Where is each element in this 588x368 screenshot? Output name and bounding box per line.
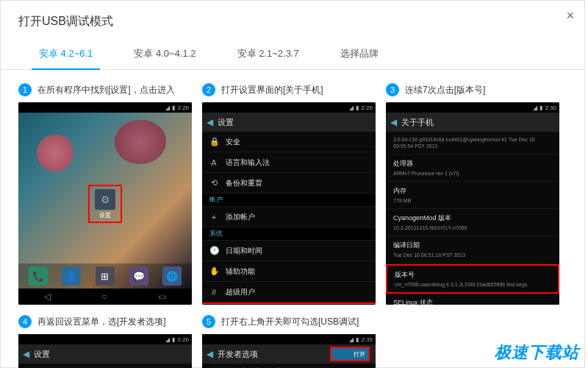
status-time: 2:26 bbox=[177, 336, 189, 343]
step-number: 5 bbox=[202, 315, 215, 328]
status-bar: ◢▮2:35 bbox=[202, 334, 376, 344]
step-number: 2 bbox=[202, 83, 215, 96]
back-icon: ◀ bbox=[207, 349, 213, 359]
contacts-icon: 👤 bbox=[62, 266, 81, 286]
list-item: 对 SD 卡进行读写保护 bbox=[202, 364, 376, 368]
step-number: 1 bbox=[18, 83, 32, 96]
phone-screenshot-5: ◢▮2:35 ◀开发者选项 打开 对 SD 卡进行读写保护 应用必须申请读取 S… bbox=[202, 334, 376, 368]
tabs-bar: 安卓 4.2~6.1 安卓 4.0~4.1.2 安卓 2.1~2.3.7 选择品… bbox=[1, 40, 584, 70]
step-text: 再返回设置菜单，选[开发者选项] bbox=[37, 316, 166, 328]
status-time: 2:26 bbox=[361, 105, 373, 111]
phone-icon: 📞 bbox=[29, 266, 48, 286]
watermark-text: 极速下载站 bbox=[495, 342, 579, 364]
phone-screenshot-4: ◢▮2:26 ◀设置 ⟲备份和重置 bbox=[18, 334, 192, 368]
phone-screenshot-2: ◢▮2:26 ◀设置 🔒安全 A语言和输入法 ⟲备份和重置 帐户 +添加帐户 系… bbox=[202, 102, 376, 305]
step-2: 2 打开设置界面的[关于手机] ◢▮2:26 ◀设置 🔒安全 A语言和输入法 ⟲… bbox=[202, 83, 376, 305]
info-block: 3.0.64-CM-g93d16c8a build01@cyanogenmod … bbox=[386, 132, 559, 155]
info-block: SELinux 状态 bbox=[386, 294, 559, 305]
usb-debug-dialog: × 打开USB调试模式 安卓 4.2~6.1 安卓 4.0~4.1.2 安卓 2… bbox=[0, 0, 585, 368]
tab-android-40-412[interactable]: 安卓 4.0~4.1.2 bbox=[113, 40, 216, 69]
settings-list: 🔒安全 A语言和输入法 ⟲备份和重置 帐户 +添加帐户 系统 🕐日期和时间 ✋辅… bbox=[202, 132, 376, 305]
section-header: 系统 bbox=[202, 227, 376, 241]
settings-header: ◀设置 bbox=[202, 113, 376, 132]
section-header: 帐户 bbox=[202, 194, 376, 207]
nav-bar: ◁○▭ bbox=[18, 289, 192, 305]
list-item: +添加帐户 bbox=[202, 207, 376, 227]
step-text: 在所有程序中找到[设置]，点击进入 bbox=[37, 84, 175, 96]
dock-bar: 📞 👤 ⊞ 💬 🌐 bbox=[18, 263, 192, 289]
list-item: 🔒安全 bbox=[202, 132, 376, 152]
phone-screenshot-1: ◢▮2:26 ⚙ 设置 📞 👤 ⊞ 💬 🌐 ◁○▭ bbox=[18, 102, 192, 305]
header-title: 关于手机 bbox=[401, 117, 434, 128]
back-icon: ◀ bbox=[23, 349, 29, 359]
info-block: CyanogenMod 版本10.2-20131210-NIGHTLY-n700… bbox=[386, 209, 559, 236]
status-bar: ◢▮2:26 bbox=[18, 334, 192, 344]
header-title: 开发者选项 bbox=[218, 349, 258, 360]
step-text: 连续7次点击[版本号] bbox=[405, 84, 485, 96]
apps-icon: ⊞ bbox=[96, 266, 115, 286]
list-item: 🕐日期和时间 bbox=[202, 241, 376, 261]
about-phone-highlight: ⓘ关于手机 bbox=[202, 302, 376, 305]
list-item: #超级用户 bbox=[202, 282, 376, 302]
step-text: 打开右上角开关即可勾选[USB调试] bbox=[221, 316, 359, 328]
dev-toggle-highlight: 打开 bbox=[330, 347, 370, 361]
dialog-title: 打开USB调试模式 bbox=[1, 1, 584, 40]
home-wallpaper: ⚙ 设置 bbox=[18, 113, 192, 289]
info-block: 处理器ARMv7 Processor rev 1 (v7l) bbox=[386, 155, 559, 182]
step-number: 4 bbox=[18, 315, 32, 328]
step-1: 1 在所有程序中找到[设置]，点击进入 ◢▮2:26 ⚙ 设置 📞 👤 ⊞ 💬 … bbox=[18, 83, 192, 305]
status-time: 2:26 bbox=[177, 105, 189, 111]
info-block: 编译日期Tue Dec 10 08:51:18 PST 2013 bbox=[386, 236, 559, 263]
list-item: A语言和输入法 bbox=[202, 152, 376, 173]
status-bar: ◢▮2:30 bbox=[386, 102, 559, 113]
settings-label: 设置 bbox=[99, 211, 111, 219]
status-time: 2:30 bbox=[545, 105, 556, 111]
about-header: ◀关于手机 bbox=[386, 113, 559, 132]
messages-icon: 💬 bbox=[129, 266, 148, 286]
close-icon[interactable]: × bbox=[566, 8, 574, 24]
about-list: 3.0.64-CM-g93d16c8a build01@cyanogenmod … bbox=[386, 132, 559, 305]
step-3: 3 连续7次点击[版本号] ◢▮2:30 ◀关于手机 3.0.64-CM-g93… bbox=[386, 83, 559, 305]
list-item: ⟲备份和重置 bbox=[202, 173, 376, 194]
list-item: ⟲备份和重置 bbox=[18, 364, 192, 368]
step-number: 3 bbox=[386, 83, 399, 96]
dev-options-header: ◀开发者选项 打开 bbox=[202, 344, 376, 364]
settings-app-highlight: ⚙ 设置 bbox=[88, 185, 122, 223]
status-time: 2:35 bbox=[361, 336, 373, 343]
back-icon: ◀ bbox=[390, 117, 397, 127]
tab-select-brand[interactable]: 选择品牌 bbox=[320, 40, 399, 69]
step-4: 4 再返回设置菜单，选[开发者选项] ◢▮2:26 ◀设置 ⟲备份和重置 bbox=[18, 315, 192, 368]
step-text: 打开设置界面的[关于手机] bbox=[221, 84, 323, 96]
status-bar: ◢▮2:26 bbox=[202, 102, 376, 113]
header-title: 设置 bbox=[218, 117, 234, 128]
info-block: 内存778 MB bbox=[386, 182, 559, 209]
tab-android-21-237[interactable]: 安卓 2.1~2.3.7 bbox=[217, 40, 320, 69]
list-item: ✋辅助功能 bbox=[202, 261, 376, 282]
back-icon: ◀ bbox=[207, 117, 213, 127]
tab-android-42-61[interactable]: 安卓 4.2~6.1 bbox=[18, 40, 113, 69]
gear-icon: ⚙ bbox=[95, 189, 115, 210]
status-bar: ◢▮2:26 bbox=[18, 102, 192, 113]
browser-icon: 🌐 bbox=[162, 266, 182, 286]
settings-header: ◀设置 bbox=[18, 344, 192, 364]
build-number-highlight: 版本号cm_n7000-userdebug 4.3.1 JLS36I 01ad8… bbox=[386, 264, 559, 294]
header-title: 设置 bbox=[34, 349, 50, 360]
steps-content: 1 在所有程序中找到[设置]，点击进入 ◢▮2:26 ⚙ 设置 📞 👤 ⊞ 💬 … bbox=[1, 70, 584, 368]
phone-screenshot-3: ◢▮2:30 ◀关于手机 3.0.64-CM-g93d16c8a build01… bbox=[386, 102, 559, 305]
